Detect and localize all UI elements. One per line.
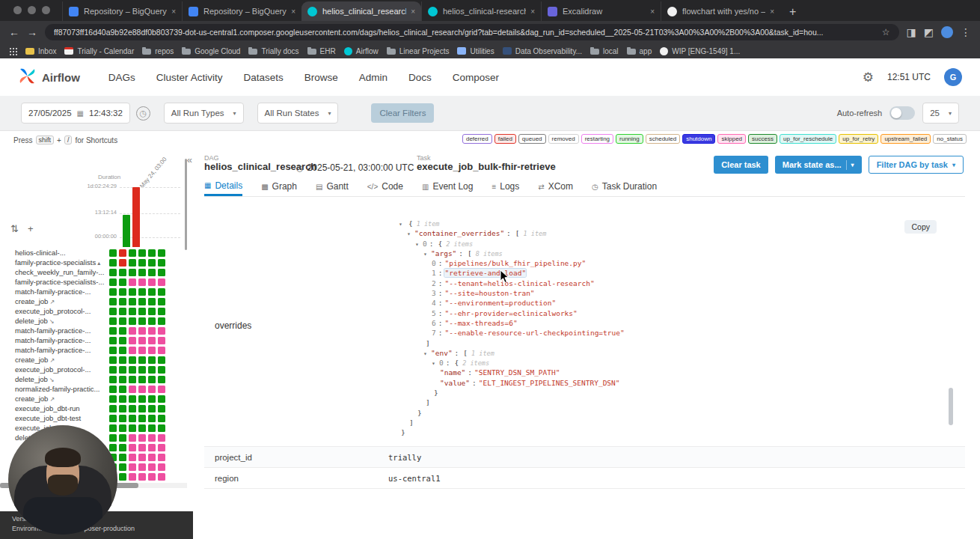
task-instance-square[interactable] bbox=[119, 444, 126, 451]
task-instance-square[interactable] bbox=[158, 386, 165, 393]
run-states-select[interactable]: All Run States ▾ bbox=[257, 103, 339, 124]
task-instance-square[interactable] bbox=[129, 269, 136, 276]
task-instance-square[interactable] bbox=[129, 356, 136, 364]
task-instance-square[interactable] bbox=[129, 444, 136, 451]
tab-close-icon[interactable]: × bbox=[530, 7, 535, 16]
task-instance-square[interactable] bbox=[109, 288, 117, 296]
task-instance-square[interactable] bbox=[109, 444, 117, 451]
task-instance-square[interactable] bbox=[119, 327, 126, 335]
task-instance-square[interactable] bbox=[138, 463, 146, 471]
task-row[interactable]: create_job↗ bbox=[0, 394, 183, 404]
task-instance-square[interactable] bbox=[119, 337, 126, 344]
task-instance-square[interactable] bbox=[109, 278, 117, 286]
expand-groups-icon[interactable]: + bbox=[28, 223, 34, 234]
task-instance-square[interactable] bbox=[148, 259, 156, 267]
task-instance-square[interactable] bbox=[148, 337, 156, 344]
task-instance-square[interactable] bbox=[138, 347, 146, 354]
task-instance-square[interactable] bbox=[138, 386, 146, 393]
task-instance-square[interactable] bbox=[109, 405, 117, 412]
bookmark-item[interactable]: Trially - Calendar bbox=[64, 47, 134, 55]
collapse-caret-icon[interactable]: ▾ bbox=[423, 249, 431, 259]
browser-menu-icon[interactable]: ⋮ bbox=[961, 26, 971, 38]
browser-tab[interactable]: flowchart with yes/no – Goog...× bbox=[661, 1, 780, 21]
task-instance-square[interactable] bbox=[148, 308, 156, 315]
clear-filters-button[interactable]: Clear Filters bbox=[371, 103, 434, 123]
clear-task-button[interactable]: Clear task bbox=[714, 156, 768, 174]
task-instance-square[interactable] bbox=[138, 434, 146, 442]
task-instance-square[interactable] bbox=[148, 327, 156, 335]
nav-item-dags[interactable]: DAGs bbox=[108, 72, 135, 83]
tab-details[interactable]: ▦Details bbox=[204, 180, 242, 196]
task-instance-square[interactable] bbox=[138, 278, 146, 286]
bookmark-item[interactable]: Utilities bbox=[457, 47, 494, 55]
task-instance-square[interactable] bbox=[119, 434, 126, 442]
task-row[interactable]: normalized-family-practic... bbox=[0, 384, 183, 394]
utc-clock[interactable]: 12:51 UTC bbox=[887, 72, 931, 82]
task-row[interactable]: helios-clinical-... bbox=[0, 248, 183, 258]
bookmark-item[interactable]: WIP [ENG-1549] 1... bbox=[660, 47, 740, 55]
page-size-select[interactable]: 25 ▾ bbox=[922, 103, 959, 124]
tab-logs[interactable]: ≡Logs bbox=[491, 180, 519, 196]
nav-item-browse[interactable]: Browse bbox=[304, 72, 338, 83]
task-instance-square[interactable] bbox=[129, 434, 136, 442]
task-instance-square[interactable] bbox=[138, 288, 146, 296]
browser-tab[interactable]: Repository – BigQuery – trial...× bbox=[182, 1, 301, 21]
bookmark-item[interactable]: local bbox=[590, 47, 619, 55]
airflow-brand[interactable]: Airflow bbox=[18, 67, 80, 88]
task-instance-square[interactable] bbox=[158, 405, 165, 412]
task-instance-square[interactable] bbox=[148, 473, 156, 481]
task-instance-square[interactable] bbox=[129, 405, 136, 412]
task-instance-square[interactable] bbox=[119, 366, 126, 374]
task-instance-square[interactable] bbox=[109, 424, 117, 432]
task-instance-square[interactable] bbox=[109, 337, 117, 344]
task-instance-square[interactable] bbox=[148, 454, 156, 461]
tab-code[interactable]: </>Code bbox=[367, 180, 403, 196]
task-instance-square[interactable] bbox=[138, 269, 146, 276]
task-instance-square[interactable] bbox=[158, 347, 165, 354]
task-instance-square[interactable] bbox=[119, 249, 126, 257]
bookmark-item[interactable]: EHR bbox=[307, 47, 336, 55]
task-instance-square[interactable] bbox=[158, 415, 165, 422]
task-instance-square[interactable] bbox=[138, 308, 146, 315]
nav-item-datasets[interactable]: Datasets bbox=[243, 72, 283, 83]
task-instance-square[interactable] bbox=[129, 317, 136, 325]
task-instance-square[interactable] bbox=[109, 434, 117, 442]
task-instance-square[interactable] bbox=[129, 288, 136, 296]
task-instance-square[interactable] bbox=[158, 376, 165, 383]
task-instance-square[interactable] bbox=[138, 395, 146, 403]
task-row[interactable]: create_job↗ bbox=[0, 355, 183, 365]
task-instance-square[interactable] bbox=[158, 249, 165, 257]
copy-button[interactable]: Copy bbox=[904, 220, 937, 234]
task-instance-square[interactable] bbox=[138, 424, 146, 432]
profile-avatar[interactable] bbox=[941, 26, 953, 38]
task-instance-square[interactable] bbox=[109, 386, 117, 393]
task-instance-square[interactable] bbox=[138, 454, 146, 461]
collapse-caret-icon[interactable]: ▾ bbox=[399, 219, 406, 229]
task-row[interactable]: execute_job_dbt-... bbox=[0, 423, 183, 433]
task-instance-square[interactable] bbox=[109, 269, 117, 276]
task-instance-square[interactable] bbox=[129, 347, 136, 354]
bookmark-item[interactable]: Google Cloud bbox=[182, 47, 240, 55]
details-vertical-scrollbar[interactable] bbox=[949, 388, 953, 425]
task-instance-square[interactable] bbox=[158, 434, 165, 442]
task-row[interactable]: match-family-practice-... bbox=[0, 335, 183, 345]
tab-close-icon[interactable]: × bbox=[770, 7, 774, 16]
nav-item-cluster-activity[interactable]: Cluster Activity bbox=[156, 72, 223, 83]
task-instance-square[interactable] bbox=[148, 366, 156, 374]
browser-tab[interactable]: Excalidraw× bbox=[541, 1, 661, 21]
tab-close-icon[interactable]: × bbox=[171, 7, 176, 16]
task-instance-square[interactable] bbox=[148, 249, 156, 257]
task-instance-square[interactable] bbox=[129, 376, 136, 383]
task-instance-square[interactable] bbox=[119, 259, 126, 267]
task-instance-square[interactable] bbox=[129, 366, 136, 374]
task-instance-square[interactable] bbox=[148, 463, 156, 471]
task-instance-square[interactable] bbox=[158, 308, 165, 315]
url-bar[interactable]: ff87073ff16d40a9b92e88df0b803739-dot-us-… bbox=[45, 24, 899, 40]
task-instance-square[interactable] bbox=[138, 356, 146, 364]
user-avatar[interactable]: G bbox=[944, 68, 962, 86]
new-tab-button[interactable]: + bbox=[789, 5, 796, 19]
toggle-groups-icon[interactable]: ⇅ bbox=[10, 223, 19, 234]
task-row[interactable]: check_weekly_run_family-... bbox=[0, 267, 183, 277]
task-instance-square[interactable] bbox=[129, 395, 136, 403]
tab-event-log[interactable]: ▥Event Log bbox=[422, 180, 474, 196]
